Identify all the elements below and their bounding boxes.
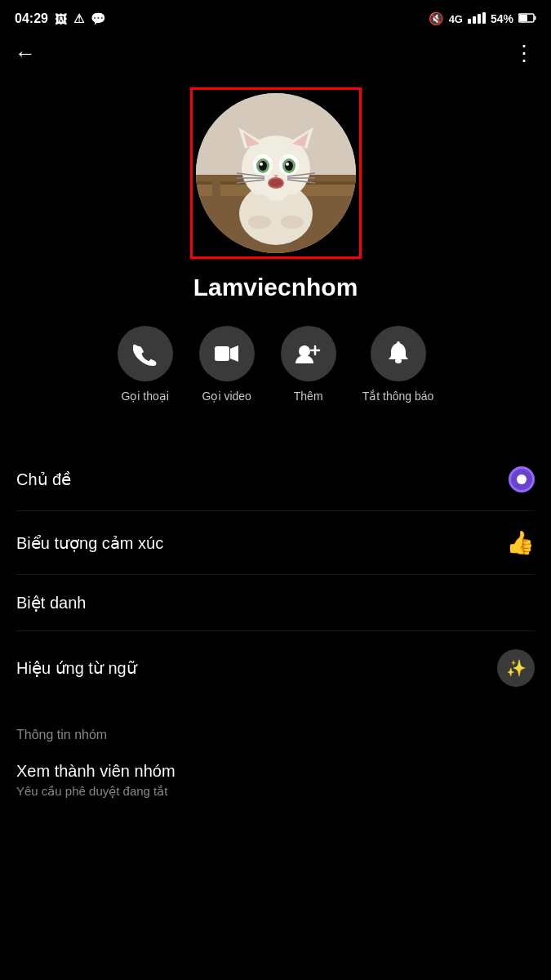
svg-point-23 xyxy=(259,161,267,171)
svg-rect-3 xyxy=(482,12,486,24)
avatar xyxy=(196,93,356,253)
status-left: 04:29 🖼 ⚠ 💬 xyxy=(15,11,106,26)
profile-section: Lamviecnhom Gọi thoại Gọi video xyxy=(0,79,551,448)
svg-rect-6 xyxy=(535,16,536,20)
emoji-label: Biểu tượng cảm xúc xyxy=(16,533,163,553)
svg-point-45 xyxy=(395,359,402,363)
video-label: Gọi video xyxy=(202,390,251,403)
menu-section: Chủ đề Biểu tượng cảm xúc 👍 Biệt danh Hi… xyxy=(0,448,551,705)
network-4g: 4G xyxy=(449,13,463,25)
svg-point-25 xyxy=(260,163,263,166)
svg-rect-2 xyxy=(478,14,481,24)
status-time: 04:29 xyxy=(15,11,48,26)
theme-icon xyxy=(509,466,535,492)
theme-label: Chủ đề xyxy=(16,470,71,489)
add-label: Thêm xyxy=(294,390,323,403)
call-label: Gọi thoại xyxy=(121,390,168,403)
svg-point-38 xyxy=(248,216,271,229)
top-nav: ← ⋮ xyxy=(0,34,551,79)
video-action[interactable]: Gọi video xyxy=(199,326,255,403)
svg-point-26 xyxy=(286,163,289,166)
svg-point-39 xyxy=(281,216,304,229)
battery-text: 54% xyxy=(491,12,513,25)
mute-action[interactable]: Tắt thông báo xyxy=(362,326,434,403)
avatar-container[interactable] xyxy=(190,87,362,259)
svg-point-29 xyxy=(269,179,282,187)
video-button[interactable] xyxy=(199,326,255,381)
svg-rect-1 xyxy=(473,16,476,24)
mute-button[interactable] xyxy=(371,326,426,381)
signal-icon xyxy=(468,12,486,26)
more-options-button[interactable]: ⋮ xyxy=(513,41,536,66)
word-effect-menu-item[interactable]: Hiệu ứng từ ngữ ✨ xyxy=(16,631,535,705)
actions-row: Gọi thoại Gọi video Thêm xyxy=(16,326,535,403)
group-name: Lamviecnhom xyxy=(193,274,358,301)
thumbs-up-icon: 👍 xyxy=(506,529,535,556)
status-bar: 04:29 🖼 ⚠ 💬 🔇 4G 54% xyxy=(0,0,551,34)
mute-icon: 🔇 xyxy=(429,11,444,26)
members-menu-item[interactable]: Xem thành viên nhóm Yêu cầu phê duyệt đa… xyxy=(0,747,551,813)
svg-rect-46 xyxy=(397,341,400,345)
back-button[interactable]: ← xyxy=(15,41,36,66)
magic-wand-icon: ✨ xyxy=(497,649,535,687)
mute-label: Tắt thông báo xyxy=(362,390,434,403)
section-header: Thông tin nhóm xyxy=(0,705,551,747)
profile-avatar-svg xyxy=(196,93,356,253)
status-right: 🔇 4G 54% xyxy=(429,11,536,26)
word-effect-label: Hiệu ứng từ ngữ xyxy=(16,658,137,678)
svg-rect-0 xyxy=(468,19,471,24)
messenger-icon: 💬 xyxy=(91,11,106,26)
call-action[interactable]: Gọi thoại xyxy=(118,326,173,403)
emoji-menu-item[interactable]: Biểu tượng cảm xúc 👍 xyxy=(16,511,535,575)
svg-point-24 xyxy=(285,161,293,171)
svg-point-42 xyxy=(299,345,310,357)
svg-marker-41 xyxy=(230,345,238,362)
svg-rect-12 xyxy=(212,181,220,253)
members-title: Xem thành viên nhóm xyxy=(16,762,535,781)
call-button[interactable] xyxy=(118,326,173,381)
battery-icon xyxy=(518,12,536,25)
nickname-menu-item[interactable]: Biệt danh xyxy=(16,575,535,631)
members-desc: Yêu cầu phê duyệt đang tắt xyxy=(16,784,535,799)
svg-rect-40 xyxy=(215,346,229,361)
add-action[interactable]: Thêm xyxy=(281,326,336,403)
theme-menu-item[interactable]: Chủ đề xyxy=(16,448,535,511)
alert-icon: ⚠ xyxy=(73,11,84,26)
photo-icon: 🖼 xyxy=(55,12,67,26)
nickname-label: Biệt danh xyxy=(16,593,86,612)
svg-rect-5 xyxy=(519,15,527,21)
add-button[interactable] xyxy=(281,326,336,381)
